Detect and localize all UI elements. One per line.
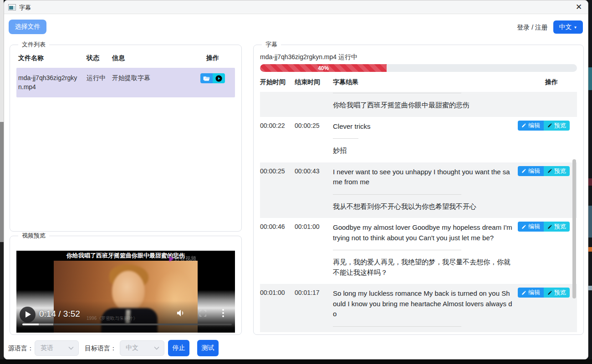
select-file-button[interactable]: 选择文件	[9, 20, 46, 34]
pencil-icon	[547, 168, 552, 173]
scrollbar-thumb[interactable]	[572, 159, 576, 298]
subtitle-zh: 妙招	[333, 146, 512, 156]
end-time: 00:00:43	[295, 162, 333, 218]
pencil-icon	[547, 290, 552, 295]
language-dropdown-button[interactable]: 中文 ▼	[553, 20, 583, 34]
pencil-icon	[521, 168, 526, 173]
taskbar-strip	[0, 359, 592, 364]
source-language-select[interactable]: 英语	[35, 340, 79, 356]
progress-bar: 40%	[260, 64, 577, 72]
file-list-panel: 文件列表 文件名称 状态 信息 操作 mda-jj7qh36zig2rgkyn.…	[10, 40, 242, 232]
subtitle-row: 00:00:22 00:00:25 Clever tricks 妙招 编辑	[260, 117, 577, 162]
file-row-selected[interactable]: mda-jj7qh36zig2rgkyn.mp4 运行中 开始提取字幕	[16, 68, 235, 97]
start-time: 00:00:25	[260, 162, 295, 218]
seek-played	[22, 324, 39, 325]
subtitle-row: 00:00:25 00:00:43 I never want to see yo…	[260, 162, 577, 218]
window-title: 字幕	[19, 4, 31, 12]
test-button[interactable]: 测试	[197, 340, 219, 356]
subtitle-row: 00:00:46 00:01:00 Goodbye my almost love…	[260, 218, 577, 284]
col-status: 状态	[87, 54, 112, 62]
pencil-icon	[547, 224, 552, 229]
edit-button[interactable]: 编辑	[518, 288, 544, 298]
language-label: 中文	[559, 23, 572, 31]
seek-bar[interactable]	[22, 324, 232, 325]
subtitle-en: So long my luckless romance My back is t…	[333, 288, 512, 319]
close-icon[interactable]: ✕	[574, 3, 583, 12]
seek-buffered	[39, 324, 53, 325]
col-operations: 操作	[519, 78, 577, 86]
start-time: 00:00:46	[260, 218, 295, 284]
col-start-time: 开始时间	[260, 78, 295, 86]
chevron-down-icon	[154, 346, 159, 350]
col-file-name: 文件名称	[18, 54, 87, 62]
edit-button[interactable]: 编辑	[518, 166, 544, 176]
source-language-label: 源语言：	[8, 344, 34, 353]
start-time: 00:00:22	[260, 117, 295, 162]
play-media-button[interactable]	[213, 73, 225, 83]
time-display: 0:14 / 3:52	[39, 309, 80, 319]
subtitle-zh: 你给我唱了西班牙摇篮曲你眼中最甜蜜的悲伤	[333, 100, 512, 111]
pencil-icon	[547, 123, 552, 128]
video-player[interactable]: 你给我唱了西班牙摇篮曲你眼中最甜蜜的悲伤 好看视频 1996《罗密欧与朱丽叶》 …	[16, 251, 235, 333]
edit-button[interactable]: 编辑	[518, 222, 544, 232]
login-register-link[interactable]: 登录 / 注册	[517, 24, 548, 32]
pencil-icon	[521, 123, 526, 128]
window-icon	[8, 4, 16, 10]
title-bar: 字幕 ✕	[4, 0, 588, 14]
preview-button[interactable]: 预览	[544, 288, 570, 298]
subtitle-zh: 再见，我的爱人再见，我绝望的梦，我尽量不去想你，你就不能让我这样吗？	[333, 257, 512, 278]
edit-button[interactable]: 编辑	[518, 121, 544, 131]
col-operations: 操作	[192, 54, 233, 62]
video-preview-legend: 视频预览	[18, 232, 49, 240]
file-list-legend: 文件列表	[18, 40, 49, 49]
open-folder-button[interactable]	[200, 73, 213, 83]
col-subtitle-result: 字幕结果	[333, 78, 519, 86]
file-status: 运行中	[87, 73, 112, 82]
subtitle-table-header: 开始时间 结束时间 字幕结果 操作	[260, 78, 577, 92]
video-watermark: 好看视频	[169, 255, 196, 263]
chevron-down-icon	[68, 346, 74, 350]
play-circle-icon	[215, 75, 222, 82]
progress-percent-label: 40%	[260, 64, 387, 72]
watermark-logo-icon	[169, 256, 174, 262]
subtitle-zh: 我从不想看到你不开心我以为你也希望我不开心	[333, 202, 512, 212]
video-preview-panel: 视频预览	[10, 232, 242, 335]
target-language-label: 目标语言：	[85, 344, 117, 353]
preview-button[interactable]: 预览	[544, 121, 570, 131]
subtitle-en: Goodbye my almost lover Goodbye my hopel…	[333, 222, 512, 243]
more-options-icon[interactable]	[222, 308, 224, 318]
preview-button[interactable]: 预览	[544, 166, 570, 176]
app-window: 字幕 ✕ 选择文件 登录 / 注册 中文 ▼ 文件列表 文件名称 状态 信息 操…	[4, 0, 588, 359]
file-name: mda-jj7qh36zig2rgkyn.mp4	[18, 73, 87, 92]
background-window-left-edge	[0, 0, 4, 359]
pencil-icon	[521, 290, 526, 295]
subtitles-panel: 字幕 mda-jj7qh36zig2rgkyn.mp4 运行中 40% 开始时间…	[253, 40, 584, 335]
progress-fill: 40%	[260, 64, 387, 72]
screen: 字幕 ✕ 选择文件 登录 / 注册 中文 ▼ 文件列表 文件名称 状态 信息 操…	[0, 0, 592, 364]
footer-controls: 源语言： 英语 目标语言： 中文 停止 测试	[4, 339, 588, 359]
subtitles-legend: 字幕	[262, 40, 281, 49]
subtitle-row: 00:01:00 00:01:17 So long my luckless ro…	[260, 284, 577, 332]
volume-icon[interactable]	[176, 309, 186, 317]
subtitle-rows-viewport: 你给我唱了西班牙摇篮曲你眼中最甜蜜的悲伤 00:00:22 00:00:25 C…	[260, 92, 577, 332]
end-time: 00:01:00	[295, 218, 333, 284]
chevron-down-icon: ▼	[574, 25, 577, 30]
subtitle-row: 你给我唱了西班牙摇篮曲你眼中最甜蜜的悲伤	[260, 92, 577, 117]
file-info: 开始提取字幕	[112, 73, 192, 82]
folder-open-icon	[203, 76, 210, 81]
target-language-select[interactable]: 中文	[120, 340, 164, 356]
col-end-time: 结束时间	[295, 78, 333, 86]
fullscreen-icon[interactable]	[199, 310, 206, 317]
end-time: 00:00:25	[295, 117, 333, 162]
video-controls: 0:14 / 3:52	[16, 301, 235, 333]
play-button[interactable]	[20, 307, 36, 323]
stop-button[interactable]: 停止	[168, 340, 189, 356]
processing-status-line: mda-jj7qh36zig2rgkyn.mp4 运行中	[260, 53, 577, 61]
pencil-icon	[521, 224, 526, 229]
start-time: 00:01:00	[260, 284, 295, 332]
file-table-header: 文件名称 状态 信息 操作	[16, 54, 235, 68]
subtitle-en: Clever tricks	[333, 121, 512, 132]
preview-button[interactable]: 预览	[544, 222, 570, 232]
end-time: 00:01:17	[295, 284, 333, 332]
subtitle-en: I never want to see you unhappy I though…	[333, 167, 512, 187]
